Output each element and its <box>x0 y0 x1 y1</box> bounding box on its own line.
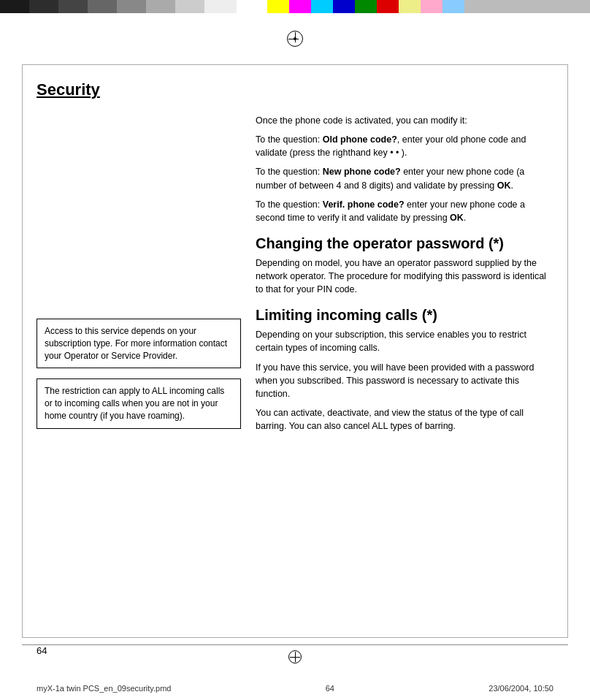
para3-end: . <box>464 213 466 223</box>
section-2-para2: If you have this service, you will have … <box>256 361 553 400</box>
color-light-pink <box>421 0 442 13</box>
color-green <box>355 0 377 13</box>
note-2-text: The restriction can apply to ALL incomin… <box>45 385 233 422</box>
para-1: To the question: Old phone code?, enter … <box>256 133 553 159</box>
color-gray-end <box>464 0 590 13</box>
color-yellow <box>267 0 289 13</box>
color-swatch-8 <box>204 0 237 13</box>
color-swatch-5 <box>117 0 146 13</box>
left-column: Access to this service depends on your s… <box>37 114 241 439</box>
content-area: Security Access to this service depends … <box>37 73 553 631</box>
color-gap <box>237 0 267 13</box>
para2-bold2: OK <box>497 180 511 191</box>
color-magenta <box>289 0 311 13</box>
bottom-registration-mark <box>287 649 303 665</box>
section-2-para1: Depending on your subscription, this ser… <box>256 328 553 354</box>
section-1-heading: Changing the operator password (*) <box>256 235 553 252</box>
top-registration-area <box>0 13 590 64</box>
footer-center: 64 <box>326 684 334 693</box>
color-blue <box>333 0 355 13</box>
note-1-text: Access to this service depends on your s… <box>45 325 233 362</box>
color-swatch-1 <box>0 0 29 13</box>
bottom-registration-area <box>0 649 590 667</box>
note-box-2: The restriction can apply to ALL incomin… <box>37 378 241 428</box>
right-column: Once the phone code is activated, you ca… <box>256 114 553 439</box>
intro-text: Once the phone code is activated, you ca… <box>256 115 467 126</box>
footer-right: 23/06/2004, 10:50 <box>489 684 553 693</box>
color-light-blue <box>442 0 464 13</box>
color-bar <box>0 0 590 13</box>
color-swatch-7 <box>175 0 204 13</box>
note-box-1: Access to this service depends on your s… <box>37 319 241 368</box>
section-2-heading: Limiting incoming calls (*) <box>256 306 553 324</box>
para2-prefix: To the question: <box>256 167 323 177</box>
two-column-layout: Access to this service depends on your s… <box>37 114 553 439</box>
section-1-text: Depending on model, you have an operator… <box>256 256 553 296</box>
para1-prefix: To the question: <box>256 134 323 145</box>
color-swatch-2 <box>29 0 58 13</box>
para-2: To the question: New phone code? enter y… <box>256 165 553 191</box>
intro-paragraph: Once the phone code is activated, you ca… <box>256 114 553 127</box>
para3-prefix: To the question: <box>256 199 323 210</box>
color-light-yellow <box>399 0 421 13</box>
color-swatch-3 <box>58 0 88 13</box>
section-2-para3: You can activate, deactivate, and view t… <box>256 406 553 433</box>
color-cyan <box>311 0 333 13</box>
color-swatch-6 <box>146 0 175 13</box>
footer-meta: myX-1a twin PCS_en_09security.pmd 64 23/… <box>37 684 553 693</box>
para3-bold: Verif. phone code? <box>323 199 405 210</box>
para3-bold2: OK <box>450 213 464 223</box>
para-3: To the question: Verif. phone code? ente… <box>256 198 553 224</box>
para2-bold: New phone code? <box>323 167 401 177</box>
top-registration-mark <box>286 30 304 47</box>
para1-bold: Old phone code? <box>323 134 397 145</box>
footer-left: myX-1a twin PCS_en_09security.pmd <box>37 684 171 693</box>
color-red <box>377 0 399 13</box>
page-title: Security <box>37 80 553 99</box>
color-swatch-4 <box>88 0 117 13</box>
bottom-border-line <box>22 644 568 645</box>
para2-end: . <box>511 180 513 191</box>
